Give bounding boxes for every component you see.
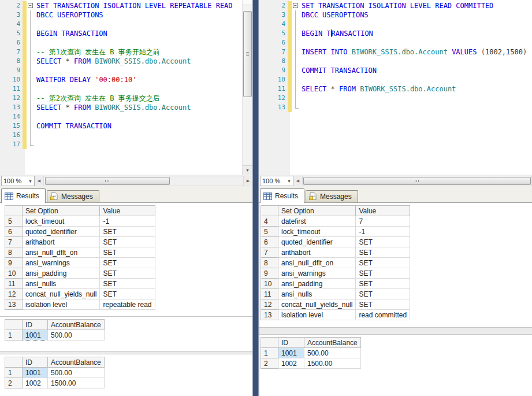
code-line[interactable]: 11SELECT * FROM BIWORK_SSIS.dbo.Account [259,84,532,94]
grid-column-header[interactable]: Set Option [278,206,356,216]
grid-row-number[interactable]: 6 [261,237,278,247]
grid-row-number[interactable]: 8 [261,258,278,268]
grid-cell[interactable]: concat_null_yields_null [23,289,100,299]
grid-row-number[interactable]: 11 [261,289,278,299]
line-number[interactable]: 4 [0,20,23,29]
grid-column-header[interactable]: AccountBalance [48,320,105,330]
scroll-left-icon[interactable]: ◀ [35,176,43,186]
line-number[interactable]: 5 [259,29,288,38]
grid-cell[interactable]: ansi_padding [278,279,356,289]
grid-column-header[interactable]: Set Option [23,206,100,216]
grid-column-header[interactable]: AccountBalance [48,357,105,368]
tab-messages[interactable]: Messages [47,190,99,202]
grid-row-number[interactable]: 10 [5,268,23,279]
scroll-right-icon[interactable]: ▶ [244,176,252,186]
grid-cell[interactable]: arithabort [23,237,100,247]
code-line[interactable]: 2−SET TRANSACTION ISOLATION LEVEL READ C… [259,1,532,10]
code-text[interactable] [300,20,532,29]
grid-cell[interactable]: SET [356,268,410,279]
code-text[interactable]: SELECT * FROM BIWORK_SSIS.dbo.Account [300,84,532,94]
grid-row-number[interactable]: 11 [5,279,23,289]
grid-row-number[interactable]: 1 [5,368,23,378]
code-editor-right[interactable]: 2−SET TRANSACTION ISOLATION LEVEL READ C… [259,0,532,175]
grid-cell[interactable]: SET [356,247,410,258]
line-number[interactable]: 8 [259,57,288,66]
code-line[interactable]: 9 [0,66,243,75]
code-text[interactable]: BEGIN TRANSACTION [300,29,532,38]
grid-cell[interactable]: datefirst [278,216,356,227]
fold-collapse-icon[interactable]: − [28,3,33,8]
vertical-scrollbar[interactable]: ▼ [242,0,252,175]
grid-row-number[interactable]: 7 [261,247,278,258]
grid-cell[interactable]: 1001 [23,368,48,378]
grid-cell[interactable]: read committed [356,310,410,320]
code-surface[interactable]: 2−SET TRANSACTION ISOLATION LEVEL REPEAT… [0,1,243,149]
grid-row-number[interactable]: 1 [5,330,23,341]
grid-row-number[interactable]: 2 [261,358,278,369]
grid-cell[interactable]: lock_timeout [278,227,356,237]
code-editor-left[interactable]: 2−SET TRANSACTION ISOLATION LEVEL REPEAT… [0,0,252,175]
grid-row-number[interactable]: 5 [5,216,23,227]
code-line[interactable]: 3DBCC USEROPTIONS [0,10,243,20]
grid-row-number[interactable]: 9 [261,268,278,279]
code-line[interactable]: 10WAITFOR DELAY '00:00:10' [0,75,243,84]
line-number[interactable]: 9 [259,66,288,75]
grid-cell[interactable]: 1500.00 [48,378,105,388]
line-number[interactable]: 14 [0,112,23,121]
grid-cell[interactable]: quoted_identifier [278,237,356,247]
line-number[interactable]: 11 [259,84,288,94]
grid-column-header[interactable]: AccountBalance [304,338,361,348]
grid-corner-cell[interactable] [5,357,23,368]
code-line[interactable]: 8 [259,57,532,66]
line-number[interactable]: 3 [259,10,288,20]
grid-row-number[interactable]: 7 [5,237,23,247]
grid-cell[interactable]: ansi_nulls [278,289,356,299]
code-line[interactable]: 4 [259,20,532,29]
code-text[interactable] [35,20,243,29]
grid-cell[interactable]: 500.00 [304,348,361,358]
code-text[interactable]: SET TRANSACTION ISOLATION LEVEL REPEATAB… [35,1,243,10]
code-text[interactable]: WAITFOR DELAY '00:00:10' [35,75,243,84]
grid-cell[interactable]: SET [356,289,410,299]
code-text[interactable] [35,131,243,140]
code-text[interactable]: DBCC USEROPTIONS [300,10,532,20]
grid-column-header[interactable]: Value [356,206,410,216]
line-number[interactable]: 13 [259,103,288,112]
scroll-down-icon[interactable]: ▼ [243,165,252,175]
grid-row-number[interactable]: 13 [5,299,23,310]
grid-column-header[interactable]: ID [278,338,304,348]
code-text[interactable] [35,38,243,47]
grid-cell[interactable]: repeatable read [100,299,155,310]
fold-collapse-icon[interactable]: − [293,3,298,8]
line-number[interactable]: 13 [0,103,23,112]
scrollbar-thumb[interactable] [243,11,252,97]
grid-cell[interactable]: ansi_padding [23,268,100,279]
code-line[interactable]: 11 [0,84,243,94]
line-number[interactable]: 12 [259,94,288,103]
zoom-level-combo[interactable]: 100 % ▼ [1,176,35,186]
grid-cell[interactable]: ansi_warnings [23,258,100,268]
grid-cell[interactable]: SET [100,258,155,268]
code-line[interactable]: 13 [259,103,532,112]
line-number[interactable]: 15 [0,121,23,131]
code-text[interactable] [300,94,532,103]
code-line[interactable]: 5BEGIN TRANSACTION [0,29,243,38]
code-text[interactable]: SELECT * FROM BIWORK_SSIS.dbo.Account [35,103,243,112]
grid-cell[interactable]: ansi_null_dflt_on [23,247,100,258]
grid-cell[interactable]: ansi_null_dflt_on [278,258,356,268]
grid-cell[interactable]: SET [100,227,155,237]
grid-cell[interactable]: SET [100,279,155,289]
grid-cell[interactable]: SET [356,258,410,268]
grid-cell[interactable]: lock_timeout [23,216,100,227]
code-line[interactable]: 7-- 第1次查询 发生在 B 事务开始之前 [0,47,243,57]
grid-row-number[interactable]: 13 [261,310,278,320]
code-text[interactable] [35,84,243,94]
grid-cell[interactable]: isolation level [23,299,100,310]
grid-cell[interactable]: 1002 [278,358,304,369]
code-text[interactable] [300,75,532,84]
code-line[interactable]: 2−SET TRANSACTION ISOLATION LEVEL REPEAT… [0,1,243,10]
line-number[interactable]: 9 [0,66,23,75]
code-text[interactable]: DBCC USEROPTIONS [35,10,243,20]
grid-row-number[interactable]: 6 [5,227,23,237]
zoom-level-combo[interactable]: 100 % ▼ [260,176,293,186]
